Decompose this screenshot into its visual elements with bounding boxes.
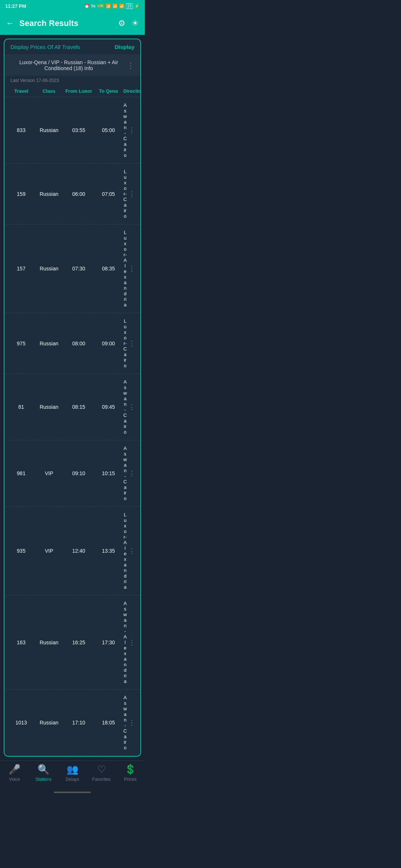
row-menu-button[interactable]: ⋮: [128, 264, 137, 273]
row-menu-button[interactable]: ⋮: [128, 547, 137, 555]
cell-from: 17:10: [64, 720, 94, 726]
table-body: 833 Russian 03:55 05:00 Aswan-Cairo ⋮ 15…: [4, 97, 140, 756]
delays-icon: 👥: [66, 764, 78, 775]
cell-travel: 935: [8, 548, 34, 554]
col-travel: Travel: [8, 88, 34, 94]
cell-direction: Luxor-Cairo: [123, 318, 128, 368]
voice-icon: 🎤: [9, 764, 20, 775]
battery-icon: 28: [126, 3, 133, 9]
cell-travel: 163: [8, 640, 34, 645]
results-card: Display Prices Of All Travels Display Lu…: [4, 39, 141, 757]
cell-to: 18:05: [94, 720, 123, 726]
table-row[interactable]: 81 Russian 08:15 09:45 Aswan-Cairo ⋮: [4, 374, 140, 440]
cell-from: 07:30: [64, 266, 94, 272]
cell-class: Russian: [34, 404, 64, 410]
route-text: Luxor-Qena / VIP - Russian - Russian + A…: [10, 59, 127, 71]
dir-cell: Luxor-Alexandria ⋮: [123, 230, 137, 308]
col-direction: Direction: [123, 88, 141, 94]
display-button[interactable]: Display: [115, 44, 134, 50]
nav-item-prices[interactable]: 💲 Prices: [116, 764, 145, 782]
nav-item-stations[interactable]: 🔍 Stations: [29, 764, 58, 782]
dir-cell: Aswan-Cairo ⋮: [123, 379, 137, 435]
cell-to: 08:35: [94, 266, 123, 272]
app-header: ← Search Results ⚙ ☀: [0, 12, 145, 35]
dir-cell: Luxor-Cairo ⋮: [123, 318, 137, 368]
col-from: From Luxor: [64, 88, 94, 94]
cell-direction: Aswan-Cairo: [123, 695, 128, 750]
status-time: 11:27 PM: [5, 3, 26, 9]
signal-icon2: 📶: [113, 4, 118, 9]
row-menu-button[interactable]: ⋮: [128, 126, 137, 134]
cell-class: Russian: [34, 127, 64, 133]
row-menu-button[interactable]: ⋮: [128, 469, 137, 477]
status-bar: 11:27 PM ⏰ Yo LTE 📶 📶 📶 28 ⚡: [0, 0, 145, 12]
delays-label: Delays: [66, 777, 79, 782]
table-row[interactable]: 159 Russian 06:00 07:05 Luxor-Cairo ⋮: [4, 163, 140, 224]
cell-class: Russian: [34, 720, 64, 726]
table-row[interactable]: 935 VIP 12:40 13:35 Luxor-Alexandria ⋮: [4, 506, 140, 595]
cell-class: Russian: [34, 341, 64, 346]
table-row[interactable]: 833 Russian 03:55 05:00 Aswan-Cairo ⋮: [4, 97, 140, 163]
prices-icon: 💲: [124, 764, 136, 775]
col-class: Class: [34, 88, 64, 94]
row-menu-button[interactable]: ⋮: [128, 339, 137, 348]
page-title: Search Results: [19, 19, 113, 28]
wifi-icon: 📶: [119, 4, 124, 9]
table-header: Travel Class From Luxor To Qena Directio…: [4, 85, 140, 97]
lte-icon: LTE: [97, 4, 104, 8]
row-menu-button[interactable]: ⋮: [128, 190, 137, 198]
favorites-icon: ♡: [97, 764, 106, 775]
nav-item-favorites[interactable]: ♡ Favorites: [87, 764, 116, 782]
settings-icon[interactable]: ⚙: [118, 19, 125, 28]
table-row[interactable]: 163 Russian 16:25 17:30 Aswan-Alexandria…: [4, 595, 140, 689]
dir-cell: Aswan-Cairo ⋮: [123, 445, 137, 501]
row-menu-button[interactable]: ⋮: [128, 719, 137, 727]
stations-icon: 🔍: [38, 764, 49, 775]
route-menu-button[interactable]: ⋮: [127, 61, 134, 70]
table-row[interactable]: 975 Russian 08:00 09:00 Luxor-Cairo ⋮: [4, 313, 140, 374]
cell-to: 09:00: [94, 341, 123, 346]
signal-icon1: 📶: [106, 4, 111, 9]
cell-direction: Aswan-Cairo: [123, 445, 128, 501]
row-menu-button[interactable]: ⋮: [128, 638, 137, 647]
cell-class: Russian: [34, 266, 64, 272]
route-header: Luxor-Qena / VIP - Russian - Russian + A…: [4, 55, 140, 76]
bottom-nav: 🎤 Voice 🔍 Stations 👥 Delays ♡ Favorites …: [0, 760, 145, 786]
nav-item-delays[interactable]: 👥 Delays: [58, 764, 87, 782]
brightness-icon[interactable]: ☀: [131, 19, 139, 28]
table-row[interactable]: 981 VIP 09:10 10:15 Aswan-Cairo ⋮: [4, 440, 140, 506]
cell-travel: 159: [8, 191, 34, 197]
dir-cell: Luxor-Alexandria ⋮: [123, 512, 137, 590]
display-prices-text: Display Prices Of All Travels: [10, 44, 80, 50]
cell-travel: 833: [8, 127, 34, 133]
cell-direction: Aswan-Cairo: [123, 102, 128, 158]
version-text: Last Version 17-06-2023: [4, 76, 140, 85]
row-menu-button[interactable]: ⋮: [128, 403, 137, 411]
table-row[interactable]: 1013 Russian 17:10 18:05 Aswan-Cairo ⋮: [4, 689, 140, 756]
cell-from: 03:55: [64, 127, 94, 133]
cell-class: VIP: [34, 548, 64, 554]
home-bar: [54, 792, 91, 793]
dir-cell: Aswan-Cairo ⋮: [123, 102, 137, 158]
status-icons: ⏰ Yo LTE 📶 📶 📶 28 ⚡: [84, 3, 140, 9]
cell-travel: 81: [8, 404, 34, 410]
network-icon: Yo: [91, 4, 95, 8]
cell-from: 16:25: [64, 640, 94, 645]
charging-icon: ⚡: [134, 4, 140, 9]
cell-travel: 1013: [8, 720, 34, 726]
cell-travel: 975: [8, 341, 34, 346]
table-row[interactable]: 157 Russian 07:30 08:35 Luxor-Alexandria…: [4, 224, 140, 313]
cell-to: 07:05: [94, 191, 123, 197]
cell-from: 06:00: [64, 191, 94, 197]
cell-direction: Aswan-Cairo: [123, 379, 128, 435]
cell-from: 09:10: [64, 470, 94, 476]
display-prices-row: Display Prices Of All Travels Display: [4, 39, 140, 55]
favorites-label: Favorites: [92, 777, 110, 782]
cell-travel: 157: [8, 266, 34, 272]
cell-to: 09:45: [94, 404, 123, 410]
back-button[interactable]: ←: [6, 19, 14, 28]
dir-cell: Aswan-Cairo ⋮: [123, 695, 137, 750]
cell-direction: Aswan-Alexandria: [123, 601, 128, 684]
nav-item-voice[interactable]: 🎤 Voice: [0, 764, 29, 782]
cell-to: 13:35: [94, 548, 123, 554]
